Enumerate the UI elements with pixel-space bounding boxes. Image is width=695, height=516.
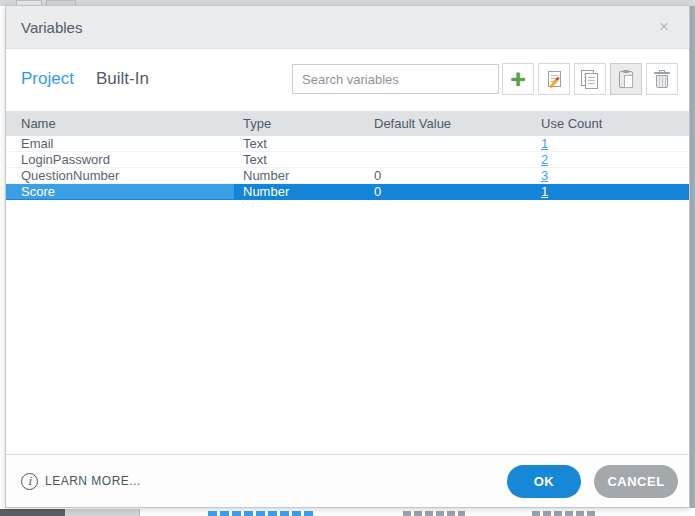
column-header-type[interactable]: Type <box>234 116 367 131</box>
column-header-default-value[interactable]: Default Value <box>367 116 534 131</box>
tab-built-in[interactable]: Built-In <box>96 69 149 89</box>
learn-more-link[interactable]: i LEARN MORE... <box>21 473 141 490</box>
add-variable-button[interactable]: + <box>502 63 534 95</box>
edit-variable-button[interactable] <box>538 63 570 95</box>
copy-variable-button[interactable] <box>574 63 606 95</box>
cell-name: Email <box>6 136 234 151</box>
table-row[interactable]: Score Number 0 1 <box>6 184 689 200</box>
cell-type: Number <box>234 184 367 199</box>
learn-more-label: LEARN MORE... <box>45 474 141 488</box>
column-header-use-count[interactable]: Use Count <box>534 116 689 131</box>
copy-icon <box>581 70 599 88</box>
background-app-fragment <box>403 511 465 516</box>
variables-dialog: Variables × Project Built-In + <box>5 5 690 508</box>
paste-icon <box>619 71 633 88</box>
search-input[interactable] <box>292 64 499 94</box>
cell-name: Score <box>6 184 234 199</box>
ok-button[interactable]: OK <box>507 465 581 498</box>
cell-default-value <box>367 136 534 151</box>
cancel-button[interactable]: CANCEL <box>594 465 678 498</box>
use-count-link[interactable]: 2 <box>541 152 548 167</box>
trash-icon <box>655 71 669 88</box>
cell-default-value: 0 <box>367 184 534 199</box>
dialog-titlebar: Variables × <box>6 6 689 49</box>
background-app-fragment <box>208 511 313 516</box>
paste-variable-button[interactable] <box>610 63 642 95</box>
dialog-title: Variables <box>21 19 82 36</box>
cell-type: Number <box>234 168 367 183</box>
dialog-controls-row: Project Built-In + <box>6 49 689 111</box>
table-row[interactable]: Email Text 1 <box>6 136 689 152</box>
table-empty-area <box>6 200 689 454</box>
cell-name: LoginPassword <box>6 152 234 167</box>
background-app-fragment <box>0 509 65 516</box>
cell-use-count: 3 <box>534 168 689 183</box>
background-app-fragment <box>532 511 598 516</box>
use-count-link[interactable]: 3 <box>541 168 548 183</box>
use-count-link[interactable]: 1 <box>541 136 548 151</box>
cell-use-count: 2 <box>534 152 689 167</box>
tab-project[interactable]: Project <box>21 69 74 89</box>
background-app-fragment <box>65 509 140 516</box>
cell-use-count: 1 <box>534 136 689 151</box>
use-count-link[interactable]: 1 <box>541 184 548 199</box>
close-icon[interactable]: × <box>654 17 674 37</box>
variables-toolbar: + <box>502 63 678 95</box>
cell-type: Text <box>234 136 367 151</box>
cell-name: QuestionNumber <box>6 168 234 183</box>
table-row[interactable]: QuestionNumber Number 0 3 <box>6 168 689 184</box>
variables-table-body: Email Text 1 LoginPassword Text 2 Questi… <box>6 136 689 200</box>
dialog-footer: i LEARN MORE... OK CANCEL <box>6 454 689 507</box>
info-icon: i <box>21 473 38 490</box>
cell-default-value: 0 <box>367 168 534 183</box>
delete-variable-button[interactable] <box>646 63 678 95</box>
cell-default-value <box>367 152 534 167</box>
column-header-name[interactable]: Name <box>6 116 234 131</box>
plus-icon: + <box>510 68 525 90</box>
cell-use-count: 1 <box>534 184 689 199</box>
cell-type: Text <box>234 152 367 167</box>
footer-buttons: OK CANCEL <box>507 465 678 498</box>
table-header: Name Type Default Value Use Count <box>6 111 689 136</box>
background-app-bottom-strip <box>0 508 695 516</box>
edit-icon <box>548 71 561 87</box>
table-row[interactable]: LoginPassword Text 2 <box>6 152 689 168</box>
background-app-right-strip <box>690 6 695 508</box>
